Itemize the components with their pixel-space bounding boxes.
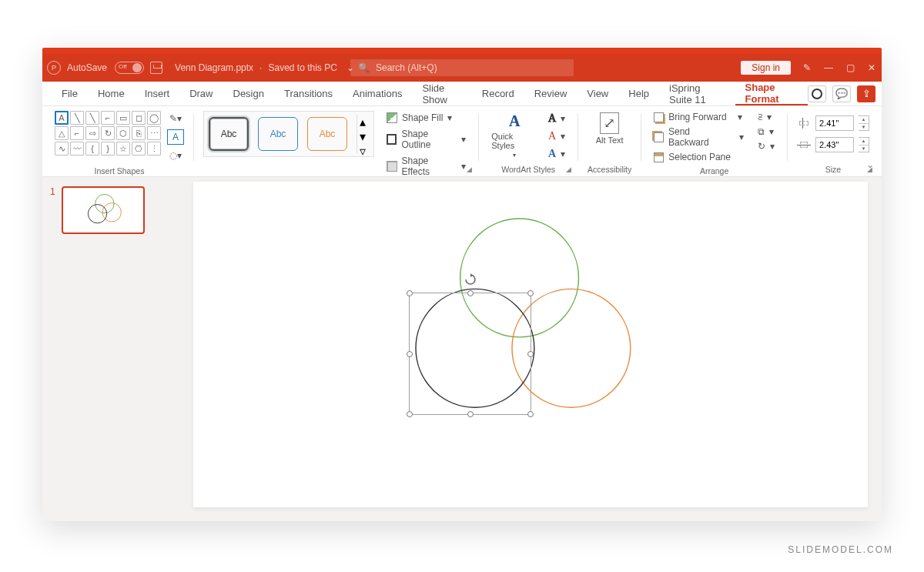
shape-arrow2-icon[interactable]: ↻ — [101, 126, 115, 140]
shape-fill-button[interactable]: Shape Fill▾ — [383, 111, 469, 125]
tab-ispring[interactable]: iSpring Suite 11 — [659, 82, 735, 105]
title-separator: · — [259, 62, 262, 73]
shape-styles-launcher[interactable]: ◢ — [467, 166, 472, 173]
shape-roundrect-icon[interactable]: ◻ — [132, 111, 146, 125]
tab-help[interactable]: Help — [618, 82, 659, 105]
tab-transitions[interactable]: Transitions — [274, 82, 343, 105]
shape-line2-icon[interactable]: ╲ — [85, 111, 99, 125]
slide-thumbnail-panel[interactable]: 1 — [42, 177, 189, 521]
bring-forward-button[interactable]: Bring Forward▾ — [651, 111, 747, 123]
text-fill-button[interactable]: A▾ — [545, 111, 568, 126]
shape-brace-l-icon[interactable]: { — [85, 142, 99, 156]
save-icon[interactable] — [150, 62, 162, 74]
rotate-button[interactable]: ↻▾ — [755, 140, 778, 152]
handle-w[interactable] — [407, 351, 413, 357]
search-input[interactable]: 🔍 Search (Alt+Q) — [350, 59, 574, 76]
close-button[interactable]: ✕ — [866, 62, 877, 73]
camera-record-button[interactable] — [808, 85, 826, 102]
handle-e[interactable] — [527, 351, 534, 357]
outline-pen-icon — [387, 134, 397, 145]
slide-thumbnail-1[interactable] — [62, 186, 145, 234]
selection-pane-button[interactable]: Selection Pane — [651, 151, 747, 163]
tab-draw[interactable]: Draw — [179, 82, 223, 105]
shape-overflow-icon[interactable]: ⋮ — [147, 142, 161, 156]
bring-forward-icon — [654, 112, 664, 122]
shape-outline-button[interactable]: Shape Outline▾ — [383, 127, 469, 152]
selection-box[interactable] — [409, 293, 531, 415]
handle-ne[interactable] — [527, 290, 534, 296]
shape-more-icon[interactable]: ⋯ — [147, 126, 161, 140]
draw-textbox-button[interactable]: A — [167, 129, 184, 145]
group-button[interactable]: ⧉▾ — [755, 125, 778, 138]
width-stepper[interactable]: ▲▼ — [859, 137, 869, 152]
align-button[interactable]: ⫔▾ — [755, 111, 778, 123]
send-backward-button[interactable]: Send Backward▾ — [651, 125, 747, 149]
separator — [578, 114, 578, 161]
shape-connector-icon[interactable]: ⌐ — [101, 111, 115, 125]
shape-textbox-icon[interactable]: A — [55, 111, 69, 125]
height-input[interactable]: 2.41" — [815, 115, 854, 131]
height-stepper[interactable]: ▲▼ — [859, 115, 869, 131]
style-preset-black[interactable]: Abc — [209, 117, 249, 151]
shape-elbow-icon[interactable]: ⌐ — [70, 126, 84, 140]
style-preset-blue[interactable]: Abc — [258, 117, 298, 151]
arrange-label: Arrange — [651, 163, 778, 178]
shape-triangle-icon[interactable]: △ — [55, 126, 69, 140]
shape-star-icon[interactable]: ☆ — [116, 142, 130, 156]
share-button[interactable]: ⇪ — [857, 85, 875, 102]
shape-line-icon[interactable]: ╲ — [70, 111, 84, 125]
edit-shape-button[interactable]: ✎▾ — [167, 111, 184, 126]
pen-icon[interactable]: ✎ — [802, 62, 812, 73]
tab-shape-format[interactable]: Shape Format — [735, 82, 808, 105]
text-outline-button[interactable]: A▾ — [545, 129, 568, 144]
quick-styles-button[interactable]: A Quick Styles▾ — [488, 111, 541, 160]
shape-scribble-icon[interactable]: 〰 — [70, 142, 84, 156]
tab-design[interactable]: Design — [223, 82, 274, 105]
handle-se[interactable] — [527, 411, 534, 417]
slide-canvas[interactable] — [193, 182, 868, 507]
rotation-handle[interactable] — [464, 273, 477, 286]
style-preset-orange[interactable]: Abc — [307, 117, 347, 151]
wordart-label: WordArt Styles — [488, 162, 568, 176]
text-effects-icon: A — [548, 148, 556, 160]
shape-rect-icon[interactable]: ▭ — [116, 111, 130, 125]
shape-arrow1-icon[interactable]: ⇨ — [85, 126, 99, 140]
app-icon: P — [47, 61, 61, 75]
wordart-launcher[interactable]: ◢ — [566, 166, 571, 173]
tab-insert[interactable]: Insert — [135, 82, 180, 105]
comments-button[interactable]: 💬 — [832, 85, 851, 102]
tab-animations[interactable]: Animations — [343, 82, 412, 105]
shape-style-gallery[interactable]: Abc Abc Abc ▴▾▿ — [203, 111, 374, 157]
autosave-toggle[interactable]: Off — [115, 62, 144, 74]
minimize-button[interactable]: ― — [823, 62, 834, 73]
tab-home[interactable]: Home — [88, 82, 135, 105]
powerpoint-window: P AutoSave Off Venn Diagram.pptx · Saved… — [42, 48, 882, 521]
shape-hex-icon[interactable]: ⬡ — [116, 126, 130, 140]
shape-brace-r-icon[interactable]: } — [101, 142, 115, 156]
signin-button[interactable]: Sign in — [741, 61, 791, 75]
shape-oval-icon[interactable]: ◯ — [147, 111, 161, 125]
shape-effects-button[interactable]: Shape Effects▾ — [383, 154, 469, 179]
handle-nw[interactable] — [407, 290, 413, 296]
tab-record[interactable]: Record — [472, 82, 524, 105]
tab-file[interactable]: File — [52, 82, 88, 105]
group-accessibility: ⤢ Alt Text Accessibility — [583, 109, 636, 176]
handle-sw[interactable] — [407, 411, 413, 417]
text-effects-button[interactable]: A▾ — [545, 146, 568, 162]
merge-shapes-button[interactable]: ◌▾ — [167, 148, 184, 163]
tab-review[interactable]: Review — [524, 82, 578, 105]
gallery-scroll[interactable]: ▴▾▿ — [357, 115, 369, 153]
alt-text-button[interactable]: ⤢ Alt Text — [593, 111, 627, 146]
collapse-ribbon-icon[interactable]: ⌄ — [866, 159, 874, 170]
shape-doc-icon[interactable]: ⎘ — [132, 126, 146, 140]
handle-n[interactable] — [467, 290, 474, 296]
shape-curve-icon[interactable]: ∿ — [55, 142, 69, 156]
width-input[interactable]: 2.43" — [815, 137, 854, 152]
shape-callout-icon[interactable]: ⎔ — [132, 142, 146, 156]
tab-view[interactable]: View — [577, 82, 618, 105]
tab-slide-show[interactable]: Slide Show — [412, 82, 471, 105]
shapes-gallery[interactable]: A ╲ ╲ ⌐ ▭ ◻ ◯ △ ⌐ ⇨ ↻ ⬡ ⎘ ⋯ ∿ 〰 { — [55, 111, 161, 156]
maximize-button[interactable]: ▢ — [845, 62, 855, 73]
size-label: Size — [797, 162, 869, 176]
handle-s[interactable] — [467, 411, 474, 417]
